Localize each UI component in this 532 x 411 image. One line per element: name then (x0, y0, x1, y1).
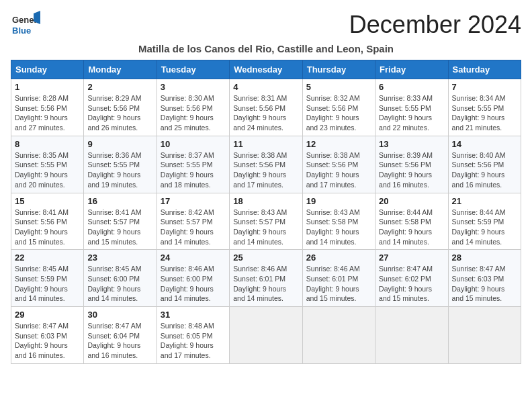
day-info: Sunrise: 8:31 AMSunset: 5:56 PMDaylight:… (233, 93, 298, 133)
day-info: Sunrise: 8:44 AMSunset: 5:59 PMDaylight:… (452, 208, 517, 247)
calendar-cell: 18Sunrise: 8:43 AMSunset: 5:57 PMDayligh… (230, 193, 302, 250)
calendar-cell (375, 307, 448, 364)
calendar-week-2: 8Sunrise: 8:35 AMSunset: 5:55 PMDaylight… (11, 136, 521, 193)
day-info: Sunrise: 8:47 AMSunset: 6:03 PMDaylight:… (452, 264, 517, 304)
calendar-cell: 24Sunrise: 8:46 AMSunset: 6:00 PMDayligh… (157, 250, 229, 307)
day-info: Sunrise: 8:46 AMSunset: 6:00 PMDaylight:… (161, 264, 226, 304)
day-number: 21 (452, 196, 517, 206)
logo-svg: General Blue (11, 11, 40, 40)
day-info: Sunrise: 8:43 AMSunset: 5:57 PMDaylight:… (233, 208, 298, 247)
day-number: 27 (379, 253, 444, 263)
day-number: 23 (87, 253, 152, 263)
calendar-cell: 17Sunrise: 8:42 AMSunset: 5:57 PMDayligh… (157, 193, 229, 250)
day-number: 4 (233, 82, 298, 92)
day-number: 25 (233, 253, 298, 263)
title-section: December 2024 (349, 11, 521, 39)
calendar-cell: 7Sunrise: 8:34 AMSunset: 5:55 PMDaylight… (448, 79, 521, 136)
day-info: Sunrise: 8:33 AMSunset: 5:55 PMDaylight:… (379, 93, 444, 133)
calendar-cell: 8Sunrise: 8:35 AMSunset: 5:55 PMDaylight… (11, 136, 84, 193)
day-info: Sunrise: 8:46 AMSunset: 6:01 PMDaylight:… (233, 264, 298, 304)
day-info: Sunrise: 8:34 AMSunset: 5:55 PMDaylight:… (452, 93, 517, 133)
day-info: Sunrise: 8:44 AMSunset: 5:58 PMDaylight:… (379, 208, 444, 247)
calendar-cell: 30Sunrise: 8:47 AMSunset: 6:04 PMDayligh… (84, 307, 157, 364)
day-number: 28 (452, 253, 517, 263)
calendar-cell: 31Sunrise: 8:48 AMSunset: 6:05 PMDayligh… (157, 307, 229, 364)
calendar-header-friday: Friday (375, 60, 448, 79)
day-info: Sunrise: 8:45 AMSunset: 5:59 PMDaylight:… (15, 264, 80, 304)
calendar-cell: 21Sunrise: 8:44 AMSunset: 5:59 PMDayligh… (448, 193, 521, 250)
calendar-cell (448, 307, 521, 364)
location-subtitle: Matilla de los Canos del Rio, Castille a… (11, 43, 521, 54)
day-info: Sunrise: 8:43 AMSunset: 5:58 PMDaylight:… (306, 208, 371, 247)
calendar-cell: 26Sunrise: 8:46 AMSunset: 6:01 PMDayligh… (302, 250, 375, 307)
day-number: 10 (161, 139, 226, 149)
day-number: 17 (161, 196, 226, 206)
logo: General Blue (11, 11, 40, 40)
page-header: General Blue December 2024 (11, 11, 521, 40)
day-number: 3 (161, 82, 226, 92)
day-number: 1 (15, 82, 80, 92)
day-info: Sunrise: 8:47 AMSunset: 6:02 PMDaylight:… (379, 264, 444, 304)
calendar-cell: 23Sunrise: 8:45 AMSunset: 6:00 PMDayligh… (84, 250, 157, 307)
day-info: Sunrise: 8:30 AMSunset: 5:56 PMDaylight:… (161, 93, 226, 133)
day-number: 15 (15, 196, 80, 206)
calendar-cell: 22Sunrise: 8:45 AMSunset: 5:59 PMDayligh… (11, 250, 84, 307)
calendar-cell: 16Sunrise: 8:41 AMSunset: 5:57 PMDayligh… (84, 193, 157, 250)
day-number: 24 (161, 253, 226, 263)
day-info: Sunrise: 8:36 AMSunset: 5:55 PMDaylight:… (87, 150, 152, 190)
calendar-cell: 13Sunrise: 8:39 AMSunset: 5:56 PMDayligh… (375, 136, 448, 193)
calendar-header-thursday: Thursday (302, 60, 375, 79)
calendar-header-tuesday: Tuesday (157, 60, 229, 79)
calendar-header-saturday: Saturday (448, 60, 521, 79)
day-info: Sunrise: 8:38 AMSunset: 5:56 PMDaylight:… (306, 150, 371, 190)
month-title: December 2024 (349, 11, 521, 39)
calendar-header-monday: Monday (84, 60, 157, 79)
calendar-cell: 28Sunrise: 8:47 AMSunset: 6:03 PMDayligh… (448, 250, 521, 307)
calendar-header-sunday: Sunday (11, 60, 84, 79)
calendar-cell: 11Sunrise: 8:38 AMSunset: 5:56 PMDayligh… (230, 136, 302, 193)
day-number: 2 (87, 82, 152, 92)
day-number: 16 (87, 196, 152, 206)
calendar-cell: 1Sunrise: 8:28 AMSunset: 5:56 PMDaylight… (11, 79, 84, 136)
day-info: Sunrise: 8:48 AMSunset: 6:05 PMDaylight:… (161, 321, 226, 361)
calendar-cell: 15Sunrise: 8:41 AMSunset: 5:56 PMDayligh… (11, 193, 84, 250)
calendar-header-row: SundayMondayTuesdayWednesdayThursdayFrid… (11, 60, 521, 79)
day-info: Sunrise: 8:29 AMSunset: 5:56 PMDaylight:… (87, 93, 152, 133)
day-info: Sunrise: 8:41 AMSunset: 5:56 PMDaylight:… (15, 208, 80, 247)
calendar-cell (230, 307, 302, 364)
calendar-cell: 6Sunrise: 8:33 AMSunset: 5:55 PMDaylight… (375, 79, 448, 136)
day-number: 12 (306, 139, 371, 149)
calendar-cell: 20Sunrise: 8:44 AMSunset: 5:58 PMDayligh… (375, 193, 448, 250)
day-info: Sunrise: 8:35 AMSunset: 5:55 PMDaylight:… (15, 150, 80, 190)
calendar-cell: 14Sunrise: 8:40 AMSunset: 5:56 PMDayligh… (448, 136, 521, 193)
day-number: 22 (15, 253, 80, 263)
day-number: 6 (379, 82, 444, 92)
calendar-cell: 12Sunrise: 8:38 AMSunset: 5:56 PMDayligh… (302, 136, 375, 193)
day-number: 19 (306, 196, 371, 206)
day-info: Sunrise: 8:32 AMSunset: 5:56 PMDaylight:… (306, 93, 371, 133)
calendar-cell: 19Sunrise: 8:43 AMSunset: 5:58 PMDayligh… (302, 193, 375, 250)
calendar-week-4: 22Sunrise: 8:45 AMSunset: 5:59 PMDayligh… (11, 250, 521, 307)
calendar-table: SundayMondayTuesdayWednesdayThursdayFrid… (11, 60, 521, 364)
day-info: Sunrise: 8:39 AMSunset: 5:56 PMDaylight:… (379, 150, 444, 190)
calendar-cell: 5Sunrise: 8:32 AMSunset: 5:56 PMDaylight… (302, 79, 375, 136)
calendar-cell: 3Sunrise: 8:30 AMSunset: 5:56 PMDaylight… (157, 79, 229, 136)
calendar-cell (302, 307, 375, 364)
day-info: Sunrise: 8:45 AMSunset: 6:00 PMDaylight:… (87, 264, 152, 304)
calendar-week-5: 29Sunrise: 8:47 AMSunset: 6:03 PMDayligh… (11, 307, 521, 364)
day-number: 9 (87, 139, 152, 149)
day-info: Sunrise: 8:41 AMSunset: 5:57 PMDaylight:… (87, 208, 152, 247)
day-info: Sunrise: 8:37 AMSunset: 5:55 PMDaylight:… (161, 150, 226, 190)
calendar-cell: 25Sunrise: 8:46 AMSunset: 6:01 PMDayligh… (230, 250, 302, 307)
day-number: 14 (452, 139, 517, 149)
svg-text:Blue: Blue (12, 26, 31, 36)
day-number: 18 (233, 196, 298, 206)
day-number: 20 (379, 196, 444, 206)
day-number: 13 (379, 139, 444, 149)
calendar-header-wednesday: Wednesday (230, 60, 302, 79)
day-info: Sunrise: 8:40 AMSunset: 5:56 PMDaylight:… (452, 150, 517, 190)
day-number: 26 (306, 253, 371, 263)
calendar-cell: 4Sunrise: 8:31 AMSunset: 5:56 PMDaylight… (230, 79, 302, 136)
calendar-cell: 10Sunrise: 8:37 AMSunset: 5:55 PMDayligh… (157, 136, 229, 193)
calendar-week-1: 1Sunrise: 8:28 AMSunset: 5:56 PMDaylight… (11, 79, 521, 136)
